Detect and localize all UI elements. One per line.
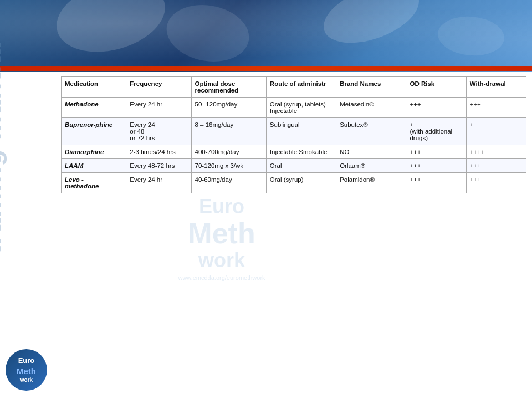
cell-frequency: Every 48-72 hrs [126, 159, 191, 173]
cell-frequency: 2-3 times/24 hrs [126, 145, 191, 159]
medication-table: Medication Frequency Optimal dose recomm… [61, 76, 526, 193]
cell-medication: Diamorphine [62, 145, 126, 159]
cell-medication: Methadone [62, 98, 126, 118]
wave-decoration-1 [49, 0, 173, 63]
col-brand: Brand Names [336, 77, 406, 98]
cell-dose: 400-700mg/day [191, 145, 266, 159]
table-row: Levo -methadone Every 24 hr 40-60mg/day … [62, 173, 526, 193]
col-frequency: Frequency [126, 77, 191, 98]
cell-withdrawal: +++ [466, 159, 526, 173]
cell-withdrawal: +++ [466, 98, 526, 118]
cell-od-risk: +++ [406, 173, 466, 193]
red-stripe-decoration [0, 66, 532, 71]
col-od-risk: OD Risk [406, 77, 466, 98]
cell-frequency: Every 24or 48or 72 hrs [126, 118, 191, 145]
col-medication: Medication [62, 77, 126, 98]
cell-dose: 8 – 16mg/day [191, 118, 266, 145]
cell-route: Injectable Smokable [266, 145, 336, 159]
table-header-row: Medication Frequency Optimal dose recomm… [62, 77, 526, 98]
cell-od-risk: +++ [406, 145, 466, 159]
cell-medication: LAAM [62, 159, 126, 173]
cell-frequency: Every 24 hr [126, 98, 191, 118]
wave-decoration-2 [162, 0, 253, 68]
logo-circle: Euro Meth work [6, 349, 47, 391]
cell-brand: Subutex® [336, 118, 406, 145]
cell-route: Oral (syrup) [266, 173, 336, 193]
table-row: Diamorphine 2-3 times/24 hrs 400-700mg/d… [62, 145, 526, 159]
cell-od-risk: +++ [406, 98, 466, 118]
background-header [0, 0, 532, 72]
col-withdrawal: With-drawal [466, 77, 526, 98]
cell-brand: Polamidon® [336, 173, 406, 193]
col-route: Route of administr [266, 77, 336, 98]
medication-table-container: Medication Frequency Optimal dose recomm… [61, 76, 526, 391]
cell-dose: 50 -120mg/day [191, 98, 266, 118]
logo-meth-text: Meth [17, 366, 36, 377]
logo-work-text: work [20, 376, 33, 383]
cell-withdrawal: + [466, 118, 526, 145]
cell-od-risk: +++ [406, 159, 466, 173]
cell-withdrawal: ++++ [466, 145, 526, 159]
eurometh-logo: Euro Meth work [6, 349, 50, 393]
cell-dose: 40-60mg/day [191, 173, 266, 193]
wave-decoration-3 [316, 0, 427, 54]
cell-frequency: Every 24 hr [126, 173, 191, 193]
table-row: LAAM Every 48-72 hrs 70-120mg x 3/wk Ora… [62, 159, 526, 173]
logo-euro-text: Euro [18, 356, 35, 366]
cell-medication: Buprenor-phine [62, 118, 126, 145]
wave-decoration-4 [436, 14, 506, 58]
cell-route: Oral (syrup, tablets) Injectable [266, 98, 336, 118]
cell-brand: NO [336, 145, 406, 159]
table-row: Methadone Every 24 hr 50 -120mg/day Oral… [62, 98, 526, 118]
training-manual-label: training manual [0, 39, 7, 253]
cell-withdrawal: +++ [466, 173, 526, 193]
col-dose: Optimal dose recommended [191, 77, 266, 98]
cell-brand: Orlaam® [336, 159, 406, 173]
cell-medication: Levo -methadone [62, 173, 126, 193]
cell-route: Sublingual [266, 118, 336, 145]
cell-brand: Metasedin® [336, 98, 406, 118]
cell-dose: 70-120mg x 3/wk [191, 159, 266, 173]
cell-route: Oral [266, 159, 336, 173]
cell-od-risk: +(with additional drugs) [406, 118, 466, 145]
table-row: Buprenor-phine Every 24or 48or 72 hrs 8 … [62, 118, 526, 145]
